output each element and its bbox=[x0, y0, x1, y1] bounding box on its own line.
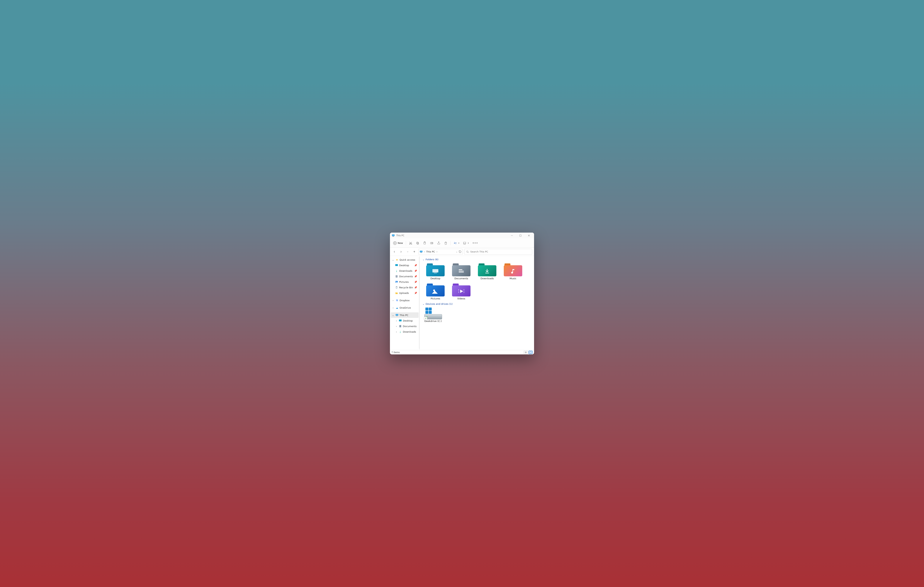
chevron-right-icon[interactable]: › bbox=[395, 319, 398, 322]
copy-button[interactable] bbox=[414, 240, 421, 246]
drives-grid: ↗ Geekdrive (C:) bbox=[422, 307, 531, 323]
chevron-right-icon[interactable]: › bbox=[395, 325, 398, 328]
back-button[interactable] bbox=[392, 249, 397, 254]
pin-icon: 📌 bbox=[414, 286, 417, 289]
details-view-button[interactable] bbox=[524, 351, 528, 354]
sidebar-item-label: Documents bbox=[399, 275, 413, 278]
status-item-count: 7 items bbox=[391, 351, 400, 354]
download-icon: ⭳ bbox=[395, 269, 398, 272]
sidebar-item-pictures[interactable]: Pictures 📌 bbox=[391, 279, 419, 284]
view-button[interactable]: ▾ bbox=[462, 240, 470, 246]
window-title: This PC bbox=[396, 234, 507, 237]
tile-label: Geekdrive (C:) bbox=[424, 320, 442, 322]
folder-music[interactable]: Music bbox=[500, 262, 526, 281]
chevron-right-icon[interactable]: › bbox=[395, 330, 398, 333]
sidebar-item-recycle-bin[interactable]: Recycle Bin 📌 bbox=[391, 284, 419, 290]
search-box[interactable] bbox=[464, 249, 532, 255]
close-button[interactable] bbox=[525, 233, 533, 238]
sidebar-item-uploads[interactable]: Uploads 📌 bbox=[391, 290, 419, 296]
folder-icon bbox=[452, 283, 470, 296]
svg-point-8 bbox=[409, 243, 411, 244]
tile-label: Downloads bbox=[480, 277, 493, 280]
svg-rect-38 bbox=[459, 271, 464, 271]
svg-rect-31 bbox=[396, 314, 398, 316]
navigation-pane[interactable]: ⌄ ★ Quick access Desktop 📌 ⭳ Downloads 📌… bbox=[390, 256, 419, 350]
group-header-drives[interactable]: ⌄ Devices and drives (1) bbox=[422, 303, 531, 305]
svg-rect-26 bbox=[396, 276, 397, 276]
refresh-button[interactable] bbox=[459, 250, 462, 253]
sidebar-item-onedrive[interactable]: › ☁ OneDrive bbox=[391, 305, 419, 311]
maximize-button[interactable] bbox=[516, 233, 525, 238]
documents-icon bbox=[399, 325, 402, 328]
rename-button[interactable] bbox=[429, 240, 435, 246]
folder-videos[interactable]: Videos bbox=[448, 283, 474, 301]
trash-icon bbox=[444, 242, 447, 245]
sidebar-item-label: Desktop bbox=[403, 319, 413, 322]
chevron-down-icon: ⌄ bbox=[422, 303, 424, 305]
sidebar-item-label: Dropbox bbox=[399, 299, 410, 302]
copy-icon bbox=[416, 242, 419, 245]
chevron-right-icon[interactable]: › bbox=[392, 306, 394, 309]
sort-button[interactable]: ▾ bbox=[452, 240, 461, 246]
sidebar-divider bbox=[419, 257, 419, 349]
ellipsis-icon: ••• bbox=[472, 242, 478, 244]
cloud-icon: ☁ bbox=[396, 306, 398, 309]
address-bar[interactable]: › This PC › ⌄ bbox=[418, 249, 463, 255]
rename-icon bbox=[430, 242, 433, 245]
chevron-down-icon[interactable]: ⌄ bbox=[456, 250, 457, 253]
minimize-button[interactable] bbox=[508, 233, 516, 238]
sort-icon bbox=[454, 242, 457, 245]
folder-downloads[interactable]: Downloads bbox=[474, 262, 500, 281]
sidebar-item-documents[interactable]: Documents 📌 bbox=[391, 274, 419, 279]
sidebar-item-pc-downloads[interactable]: › ⭳ Downloads bbox=[391, 329, 419, 334]
new-button[interactable]: + New bbox=[392, 240, 404, 246]
tile-label: Pictures bbox=[431, 297, 440, 300]
chevron-right-icon[interactable]: › bbox=[392, 299, 394, 302]
forward-button[interactable] bbox=[398, 249, 404, 254]
svg-rect-44 bbox=[464, 289, 464, 290]
sidebar-item-desktop[interactable]: Desktop 📌 bbox=[391, 263, 419, 268]
search-input[interactable] bbox=[470, 250, 530, 253]
svg-rect-45 bbox=[464, 291, 464, 291]
svg-rect-50 bbox=[530, 352, 531, 353]
sidebar-item-dropbox[interactable]: › ⧉ Dropbox bbox=[391, 298, 419, 303]
shortcut-overlay-icon: ↗ bbox=[424, 317, 427, 320]
icons-view-button[interactable] bbox=[528, 351, 533, 354]
breadcrumb-location[interactable]: This PC bbox=[426, 250, 435, 253]
chevron-down-icon[interactable]: ⌄ bbox=[392, 314, 394, 317]
folder-pictures[interactable]: Pictures bbox=[422, 283, 448, 301]
documents-icon bbox=[395, 275, 398, 278]
delete-button[interactable] bbox=[442, 240, 449, 246]
tile-label: Documents bbox=[454, 277, 468, 280]
clipboard-icon bbox=[423, 242, 426, 245]
folder-icon bbox=[504, 263, 522, 276]
tile-label: Desktop bbox=[431, 277, 441, 280]
share-button[interactable] bbox=[436, 240, 442, 246]
svg-rect-34 bbox=[399, 325, 401, 327]
up-button[interactable] bbox=[412, 249, 417, 254]
chevron-down-icon: ▾ bbox=[468, 242, 469, 244]
cut-button[interactable] bbox=[408, 240, 414, 246]
more-button[interactable]: ••• bbox=[471, 240, 480, 246]
recycle-bin-icon bbox=[395, 286, 398, 289]
pin-icon: 📌 bbox=[414, 270, 417, 272]
content-pane[interactable]: ⌄ Folders (6) Desktop bbox=[419, 256, 534, 350]
recent-button[interactable] bbox=[405, 249, 410, 254]
plus-circle-icon: + bbox=[393, 242, 397, 245]
dropbox-icon: ⧉ bbox=[396, 299, 398, 302]
folder-documents[interactable]: Documents bbox=[448, 262, 474, 281]
sidebar-item-pc-desktop[interactable]: › Desktop bbox=[391, 318, 419, 323]
pictures-icon bbox=[395, 280, 398, 283]
scissors-icon bbox=[409, 242, 412, 245]
svg-rect-16 bbox=[464, 242, 466, 244]
sidebar-quick-access[interactable]: ⌄ ★ Quick access bbox=[391, 257, 419, 263]
group-header-folders[interactable]: ⌄ Folders (6) bbox=[422, 258, 531, 261]
command-bar: + New ▾ ▾ ••• bbox=[390, 238, 534, 248]
folder-desktop[interactable]: Desktop bbox=[422, 262, 448, 281]
chevron-down-icon[interactable]: ⌄ bbox=[392, 258, 394, 261]
sidebar-item-pc-documents[interactable]: › Documents bbox=[391, 323, 419, 329]
sidebar-item-downloads[interactable]: ⭳ Downloads 📌 bbox=[391, 268, 419, 274]
sidebar-item-this-pc[interactable]: ⌄ This PC bbox=[391, 312, 419, 318]
drive-c[interactable]: ↗ Geekdrive (C:) bbox=[422, 307, 448, 323]
paste-button[interactable] bbox=[422, 240, 428, 246]
